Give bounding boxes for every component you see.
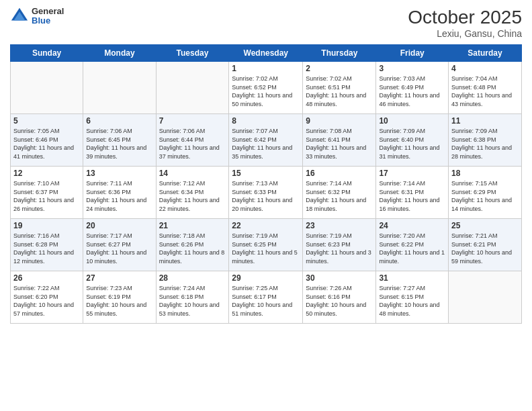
day-cell: 29Sunrise: 7:25 AM Sunset: 6:17 PM Dayli…	[229, 271, 303, 324]
weekday-header-saturday: Saturday	[449, 45, 522, 62]
day-number: 17	[379, 169, 445, 178]
day-number: 6	[86, 116, 152, 126]
day-cell: 1Sunrise: 7:02 AM Sunset: 6:52 PM Daylig…	[229, 62, 303, 114]
day-info: Sunrise: 7:10 AM Sunset: 6:37 PM Dayligh…	[13, 179, 80, 213]
day-number: 11	[451, 116, 519, 126]
day-info: Sunrise: 7:23 AM Sunset: 6:19 PM Dayligh…	[86, 284, 152, 318]
day-number: 31	[379, 273, 445, 283]
day-info: Sunrise: 7:26 AM Sunset: 6:16 PM Dayligh…	[306, 284, 373, 318]
day-cell: 15Sunrise: 7:13 AM Sunset: 6:33 PM Dayli…	[229, 167, 303, 219]
day-number: 14	[159, 169, 226, 178]
day-info: Sunrise: 7:06 AM Sunset: 6:45 PM Dayligh…	[86, 127, 152, 161]
day-cell	[156, 62, 229, 114]
logo-blue-text: Blue	[32, 16, 64, 26]
day-info: Sunrise: 7:06 AM Sunset: 6:44 PM Dayligh…	[159, 127, 226, 161]
day-cell: 17Sunrise: 7:14 AM Sunset: 6:31 PM Dayli…	[376, 167, 449, 219]
day-info: Sunrise: 7:19 AM Sunset: 6:23 PM Dayligh…	[306, 232, 373, 265]
day-number: 4	[451, 64, 519, 73]
day-info: Sunrise: 7:16 AM Sunset: 6:28 PM Dayligh…	[13, 232, 80, 265]
day-info: Sunrise: 7:18 AM Sunset: 6:26 PM Dayligh…	[159, 232, 226, 265]
day-info: Sunrise: 7:05 AM Sunset: 6:46 PM Dayligh…	[13, 127, 80, 161]
weekday-header-tuesday: Tuesday	[156, 45, 229, 62]
day-info: Sunrise: 7:08 AM Sunset: 6:41 PM Dayligh…	[306, 127, 373, 161]
day-number: 7	[159, 116, 226, 126]
day-info: Sunrise: 7:03 AM Sunset: 6:49 PM Dayligh…	[379, 75, 445, 108]
weekday-header-friday: Friday	[376, 45, 449, 62]
logo-general-text: General	[32, 7, 64, 16]
day-cell: 20Sunrise: 7:17 AM Sunset: 6:27 PM Dayli…	[83, 219, 156, 271]
day-cell: 25Sunrise: 7:21 AM Sunset: 6:21 PM Dayli…	[449, 219, 522, 271]
day-number: 1	[232, 64, 300, 73]
day-number: 26	[13, 273, 80, 283]
day-number: 9	[306, 116, 373, 126]
week-row-4: 19Sunrise: 7:16 AM Sunset: 6:28 PM Dayli…	[11, 219, 522, 271]
week-row-3: 12Sunrise: 7:10 AM Sunset: 6:37 PM Dayli…	[11, 167, 522, 219]
day-cell: 6Sunrise: 7:06 AM Sunset: 6:45 PM Daylig…	[83, 114, 156, 167]
day-number: 15	[232, 169, 300, 178]
day-info: Sunrise: 7:25 AM Sunset: 6:17 PM Dayligh…	[232, 284, 300, 318]
logo-icon	[10, 7, 29, 26]
day-number: 5	[13, 116, 80, 126]
day-info: Sunrise: 7:02 AM Sunset: 6:51 PM Dayligh…	[306, 75, 373, 108]
day-info: Sunrise: 7:14 AM Sunset: 6:32 PM Dayligh…	[306, 179, 373, 213]
day-number: 22	[232, 221, 300, 230]
day-cell: 27Sunrise: 7:23 AM Sunset: 6:19 PM Dayli…	[83, 271, 156, 324]
day-cell: 30Sunrise: 7:26 AM Sunset: 6:16 PM Dayli…	[303, 271, 376, 324]
day-cell: 9Sunrise: 7:08 AM Sunset: 6:41 PM Daylig…	[303, 114, 376, 167]
week-row-1: 1Sunrise: 7:02 AM Sunset: 6:52 PM Daylig…	[11, 62, 522, 114]
day-number: 23	[306, 221, 373, 230]
day-info: Sunrise: 7:02 AM Sunset: 6:52 PM Dayligh…	[232, 75, 300, 108]
day-number: 16	[306, 169, 373, 178]
day-info: Sunrise: 7:21 AM Sunset: 6:21 PM Dayligh…	[451, 232, 519, 265]
day-number: 24	[379, 221, 445, 230]
day-cell	[449, 271, 522, 324]
day-cell: 23Sunrise: 7:19 AM Sunset: 6:23 PM Dayli…	[303, 219, 376, 271]
logo-text: General Blue	[32, 7, 64, 26]
day-info: Sunrise: 7:14 AM Sunset: 6:31 PM Dayligh…	[379, 179, 445, 213]
day-info: Sunrise: 7:22 AM Sunset: 6:20 PM Dayligh…	[13, 284, 80, 318]
day-info: Sunrise: 7:12 AM Sunset: 6:34 PM Dayligh…	[159, 179, 226, 213]
day-info: Sunrise: 7:20 AM Sunset: 6:22 PM Dayligh…	[379, 232, 445, 265]
day-number: 3	[379, 64, 445, 73]
day-number: 12	[13, 169, 80, 178]
day-cell: 31Sunrise: 7:27 AM Sunset: 6:15 PM Dayli…	[376, 271, 449, 324]
week-row-2: 5Sunrise: 7:05 AM Sunset: 6:46 PM Daylig…	[11, 114, 522, 167]
day-number: 27	[86, 273, 152, 283]
day-info: Sunrise: 7:19 AM Sunset: 6:25 PM Dayligh…	[232, 232, 300, 265]
day-cell: 14Sunrise: 7:12 AM Sunset: 6:34 PM Dayli…	[156, 167, 229, 219]
day-number: 21	[159, 221, 226, 230]
weekday-header-thursday: Thursday	[303, 45, 376, 62]
day-cell: 12Sunrise: 7:10 AM Sunset: 6:37 PM Dayli…	[11, 167, 83, 219]
weekday-header-monday: Monday	[83, 45, 156, 62]
day-number: 8	[232, 116, 300, 126]
day-number: 25	[451, 221, 519, 230]
month-title: October 2025	[408, 7, 522, 28]
day-number: 29	[232, 273, 300, 283]
day-cell: 8Sunrise: 7:07 AM Sunset: 6:42 PM Daylig…	[229, 114, 303, 167]
day-info: Sunrise: 7:24 AM Sunset: 6:18 PM Dayligh…	[159, 284, 226, 318]
day-cell: 19Sunrise: 7:16 AM Sunset: 6:28 PM Dayli…	[11, 219, 83, 271]
day-info: Sunrise: 7:07 AM Sunset: 6:42 PM Dayligh…	[232, 127, 300, 161]
day-cell: 21Sunrise: 7:18 AM Sunset: 6:26 PM Dayli…	[156, 219, 229, 271]
weekday-header-wednesday: Wednesday	[229, 45, 303, 62]
logo: General Blue	[10, 7, 64, 26]
day-number: 19	[13, 221, 80, 230]
day-cell: 22Sunrise: 7:19 AM Sunset: 6:25 PM Dayli…	[229, 219, 303, 271]
day-number: 10	[379, 116, 445, 126]
day-info: Sunrise: 7:04 AM Sunset: 6:48 PM Dayligh…	[451, 75, 519, 108]
day-info: Sunrise: 7:09 AM Sunset: 6:38 PM Dayligh…	[451, 127, 519, 161]
day-cell: 10Sunrise: 7:09 AM Sunset: 6:40 PM Dayli…	[376, 114, 449, 167]
day-info: Sunrise: 7:17 AM Sunset: 6:27 PM Dayligh…	[86, 232, 152, 265]
week-row-5: 26Sunrise: 7:22 AM Sunset: 6:20 PM Dayli…	[11, 271, 522, 324]
day-number: 2	[306, 64, 373, 73]
weekday-header-sunday: Sunday	[11, 45, 83, 62]
day-cell: 5Sunrise: 7:05 AM Sunset: 6:46 PM Daylig…	[11, 114, 83, 167]
day-number: 30	[306, 273, 373, 283]
day-cell: 18Sunrise: 7:15 AM Sunset: 6:29 PM Dayli…	[449, 167, 522, 219]
day-cell: 11Sunrise: 7:09 AM Sunset: 6:38 PM Dayli…	[449, 114, 522, 167]
day-info: Sunrise: 7:27 AM Sunset: 6:15 PM Dayligh…	[379, 284, 445, 318]
day-cell: 2Sunrise: 7:02 AM Sunset: 6:51 PM Daylig…	[303, 62, 376, 114]
day-cell: 7Sunrise: 7:06 AM Sunset: 6:44 PM Daylig…	[156, 114, 229, 167]
day-info: Sunrise: 7:09 AM Sunset: 6:40 PM Dayligh…	[379, 127, 445, 161]
day-cell: 13Sunrise: 7:11 AM Sunset: 6:36 PM Dayli…	[83, 167, 156, 219]
